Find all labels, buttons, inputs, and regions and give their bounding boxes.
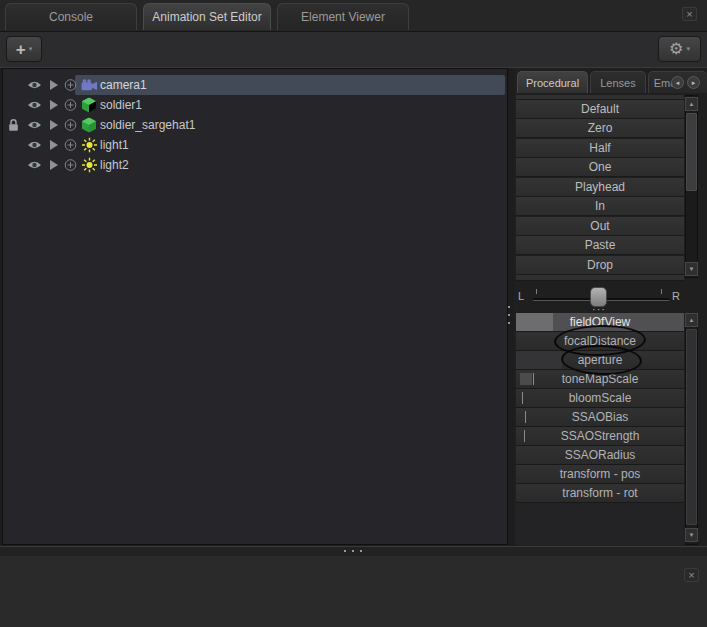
scroll-down-icon[interactable]: ▼ — [685, 528, 698, 542]
tab-lenses[interactable]: Lenses — [590, 71, 646, 93]
attribute-label: transform - rot — [562, 486, 637, 500]
chevron-down-icon: ▾ — [29, 45, 33, 53]
scroll-down-icon[interactable]: ▼ — [685, 262, 698, 276]
model-cube-icon — [82, 118, 96, 133]
attribute-label: transform - pos — [560, 467, 641, 481]
tree-row-camera1[interactable]: camera1 — [3, 75, 507, 95]
expand-triangle-icon[interactable] — [50, 100, 58, 110]
tab-lenses-label: Lenses — [600, 77, 635, 89]
slider-tick — [536, 289, 537, 294]
attribute-label: SSAOStrength — [561, 429, 640, 443]
attribute-value-bar — [516, 351, 562, 369]
visibility-eye-icon[interactable] — [27, 160, 42, 170]
preset-default-button[interactable]: Default — [516, 100, 684, 119]
attribute-value-cursor — [522, 392, 523, 404]
attribute-value-bar — [516, 313, 553, 331]
tab-scroll-right-icon[interactable]: ▸ — [687, 76, 700, 89]
tab-procedural[interactable]: Procedural — [517, 71, 588, 93]
attribute-list-empty-area — [516, 503, 684, 545]
attribute-ssaobias[interactable]: SSAOBias — [516, 408, 684, 427]
slider-tick — [661, 289, 662, 294]
expand-triangle-icon[interactable] — [50, 140, 58, 150]
attribute-transform-rot[interactable]: transform - rot — [516, 484, 684, 503]
attribute-label: SSAOBias — [572, 410, 629, 424]
visibility-eye-icon[interactable] — [27, 80, 42, 90]
timeline-section: Timeline × ▾ + ▾ — [0, 556, 707, 627]
attribute-value-cursor — [533, 373, 534, 385]
light-sun-icon — [82, 138, 97, 153]
visibility-eye-icon[interactable] — [27, 120, 42, 130]
tree-row-light1[interactable]: light1 — [3, 135, 507, 155]
camera-icon — [81, 79, 98, 91]
tree-row-light2[interactable]: light2 — [3, 155, 507, 175]
tab-element-viewer[interactable]: Element Viewer — [277, 3, 409, 30]
tree-item-label: light1 — [100, 138, 129, 152]
slider-left-label: L — [518, 290, 524, 302]
preset-playhead-button[interactable]: Playhead — [516, 178, 684, 197]
tab-element-viewer-label: Element Viewer — [301, 10, 385, 24]
preset-in-button[interactable]: In — [516, 197, 684, 216]
plus-circle-icon[interactable] — [64, 159, 77, 172]
tab-scroll-left-icon[interactable]: ◂ — [671, 76, 684, 89]
expand-triangle-icon[interactable] — [50, 160, 58, 170]
settings-menu-button[interactable]: ⚙ ▾ — [658, 36, 701, 62]
attribute-value-cursor — [525, 411, 526, 423]
preset-out-button[interactable]: Out — [516, 217, 684, 236]
attribute-value-cursor — [524, 430, 525, 442]
preset-half-button[interactable]: Half — [516, 139, 684, 158]
attribute-transform-pos[interactable]: transform - pos — [516, 465, 684, 484]
splitter-dots — [341, 550, 365, 552]
plus-circle-icon[interactable] — [64, 119, 77, 132]
animation-set-editor-window: Console Animation Set Editor Element Vie… — [0, 0, 707, 627]
plus-circle-icon[interactable] — [64, 139, 77, 152]
chevron-down-icon: ▾ — [686, 45, 690, 53]
lock-icon — [8, 119, 19, 132]
preset-paste-button[interactable]: Paste — [516, 236, 684, 255]
add-animation-set-button[interactable]: + ▾ — [6, 36, 42, 62]
tab-animation-set-editor-label: Animation Set Editor — [152, 10, 261, 24]
scroll-up-icon[interactable]: ▲ — [685, 97, 698, 111]
gear-icon: ⚙ — [669, 41, 683, 57]
vertical-splitter-handle[interactable] — [508, 303, 510, 327]
preset-scrollbar-thumb[interactable] — [686, 113, 697, 191]
tab-procedural-label: Procedural — [526, 77, 579, 89]
slider-right-label: R — [672, 290, 680, 302]
attribute-ssaostrength[interactable]: SSAOStrength — [516, 427, 684, 446]
timeline-close-icon[interactable]: × — [684, 568, 699, 582]
tree-row-soldier1[interactable]: soldier1 — [3, 95, 507, 115]
close-icon[interactable]: × — [682, 7, 697, 21]
attribute-ssaoradius[interactable]: SSAORadius — [516, 446, 684, 465]
preset-button-partial-bottom — [516, 275, 684, 281]
preset-one-button[interactable]: One — [516, 158, 684, 177]
preset-zero-button[interactable]: Zero — [516, 119, 684, 138]
visibility-eye-icon[interactable] — [27, 100, 42, 110]
plus-circle-icon[interactable] — [64, 99, 77, 112]
tree-row-soldier-sargehat1[interactable]: soldier_sargehat1 — [3, 115, 507, 135]
scroll-up-icon[interactable]: ▲ — [685, 313, 698, 327]
preset-drop-button[interactable]: Drop — [516, 256, 684, 275]
attribute-value-bar — [520, 373, 532, 385]
tree-item-label: soldier_sargehat1 — [100, 118, 195, 132]
tree-item-label: light2 — [100, 158, 129, 172]
attribute-label: SSAORadius — [565, 448, 636, 462]
tab-console-label: Console — [49, 10, 93, 24]
top-tab-bar: Console Animation Set Editor Element Vie… — [0, 0, 707, 32]
attribute-label: bloomScale — [569, 391, 632, 405]
tab-console[interactable]: Console — [5, 3, 137, 30]
expand-triangle-icon[interactable] — [50, 80, 58, 90]
plus-circle-icon[interactable] — [64, 79, 77, 92]
attribute-scrollbar-thumb[interactable] — [686, 329, 697, 525]
animation-set-tree: camera1 soldier1 — [2, 68, 508, 545]
expand-triangle-icon[interactable] — [50, 120, 58, 130]
attribute-bloomscale[interactable]: bloomScale — [516, 389, 684, 408]
tab-animation-set-editor[interactable]: Animation Set Editor — [143, 3, 271, 30]
visibility-eye-icon[interactable] — [27, 140, 42, 150]
model-cube-icon — [82, 98, 96, 113]
tree-item-label: soldier1 — [100, 98, 142, 112]
tree-item-label: camera1 — [100, 78, 147, 92]
plus-icon: + — [16, 41, 26, 58]
light-sun-icon — [82, 158, 97, 173]
editor-toolbar: + ▾ ⚙ ▾ — [0, 32, 707, 68]
